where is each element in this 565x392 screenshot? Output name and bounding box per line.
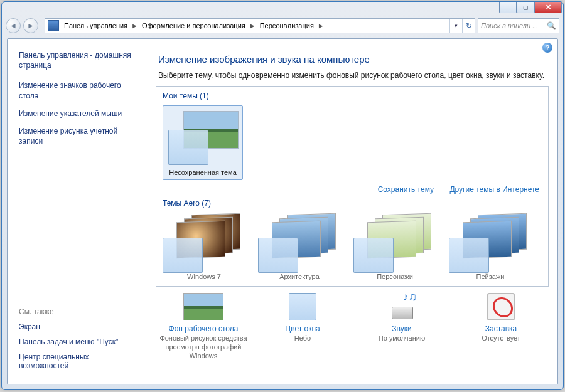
sidebar-link-display[interactable]: Экран <box>19 322 139 331</box>
setting-window-color[interactable]: Цвет окна Небо <box>255 293 350 360</box>
group-label-aero-themes: Темы Aero (7) <box>163 199 542 208</box>
setting-value: Отсутствует <box>453 334 549 343</box>
setting-screensaver[interactable]: Заставка Отсутствует <box>453 293 549 360</box>
setting-link: Звуки <box>354 324 449 333</box>
refresh-button[interactable]: ↻ <box>462 19 475 33</box>
group-label-my-themes: Мои темы (1) <box>163 92 542 100</box>
sidebar-home-link[interactable]: Панель управления - домашняя страница <box>19 50 139 70</box>
page-description: Выберите тему, чтобы одновременно измени… <box>147 71 557 86</box>
page-title: Изменение изображения и звука на компьют… <box>147 39 557 71</box>
theme-caption: Windows 7 <box>163 273 245 280</box>
sidebar-link-ease-of-access[interactable]: Центр специальных возможностей <box>19 352 139 370</box>
setting-link: Цвет окна <box>255 324 350 333</box>
sidebar-see-also-label: См. также <box>19 307 139 316</box>
theme-tile-characters[interactable]: Персонажи <box>353 213 436 280</box>
setting-link: Заставка <box>453 324 549 333</box>
window-frame: — ▢ ✕ ◄ ► Панель управления ► Оформление… <box>1 1 564 390</box>
sidebar-link-taskbar[interactable]: Панель задач и меню "Пуск" <box>19 337 139 346</box>
link-themes-online[interactable]: Другие темы в Интернете <box>449 185 539 194</box>
help-icon[interactable]: ? <box>542 43 552 53</box>
titlebar: — ▢ ✕ <box>2 2 563 16</box>
chevron-right-icon[interactable]: ► <box>248 22 257 29</box>
sidebar-link-mouse-pointers[interactable]: Изменение указателей мыши <box>19 109 139 119</box>
nav-bar: ◄ ► Панель управления ► Оформление и пер… <box>2 16 563 36</box>
setting-value: Небо <box>255 334 350 343</box>
setting-sounds[interactable]: Звуки По умолчанию <box>354 293 449 360</box>
forward-button[interactable]: ► <box>23 18 38 33</box>
bottom-settings-bar: Фон рабочего стола Фоновый рисунок средс… <box>147 287 557 360</box>
color-swatch <box>168 130 208 165</box>
theme-tile-unsaved[interactable]: Несохраненная тема <box>163 105 243 180</box>
chevron-right-icon[interactable]: ► <box>316 22 326 29</box>
sidebar-link-desktop-icons[interactable]: Изменение значков рабочего стола <box>19 80 139 100</box>
breadcrumb-item[interactable]: Панель управления <box>62 22 130 29</box>
sidebar: Панель управления - домашняя страница Из… <box>8 39 147 384</box>
search-input[interactable]: Поиск в панели ... 🔍 <box>478 18 559 33</box>
theme-caption: Несохраненная тема <box>166 169 240 177</box>
control-panel-icon <box>48 20 59 31</box>
color-icon <box>289 293 316 320</box>
minimize-button[interactable]: — <box>499 2 517 13</box>
theme-caption: Пейзажи <box>449 273 532 280</box>
setting-desktop-background[interactable]: Фон рабочего стола Фоновый рисунок средс… <box>156 293 251 360</box>
theme-tile-architecture[interactable]: Архитектура <box>258 213 341 280</box>
setting-link: Фон рабочего стола <box>156 324 251 333</box>
maximize-button[interactable]: ▢ <box>517 2 534 13</box>
search-icon[interactable]: 🔍 <box>547 21 556 30</box>
theme-tile-landscapes[interactable]: Пейзажи <box>449 213 532 280</box>
sound-icon <box>388 293 416 320</box>
theme-caption: Архитектура <box>258 273 341 280</box>
theme-caption: Персонажи <box>353 273 436 280</box>
sidebar-link-account-picture[interactable]: Изменение рисунка учетной записи <box>19 126 139 146</box>
breadcrumb-item[interactable]: Персонализация <box>257 22 316 29</box>
breadcrumb-item[interactable]: Оформление и персонализация <box>139 22 248 29</box>
link-save-theme[interactable]: Сохранить тему <box>378 185 434 194</box>
main-content: ? Изменение изображения и звука на компь… <box>147 39 557 384</box>
setting-value: Фоновый рисунок средства просмотра фотог… <box>156 334 251 360</box>
client-area: Панель управления - домашняя страница Из… <box>7 38 558 384</box>
wallpaper-icon <box>183 293 223 320</box>
theme-tile-windows7[interactable]: Windows 7 <box>163 213 245 280</box>
address-bar[interactable]: Панель управления ► Оформление и персона… <box>45 18 475 33</box>
setting-value: По умолчанию <box>354 334 449 343</box>
search-placeholder: Поиск в панели ... <box>481 22 538 29</box>
close-button[interactable]: ✕ <box>534 2 562 13</box>
chevron-right-icon[interactable]: ► <box>130 22 139 29</box>
back-button[interactable]: ◄ <box>6 18 21 33</box>
screensaver-icon <box>487 293 515 320</box>
themes-panel: Мои темы (1) Несохраненная тема Сохранит… <box>156 86 549 287</box>
address-dropdown-button[interactable]: ▾ <box>449 19 462 33</box>
